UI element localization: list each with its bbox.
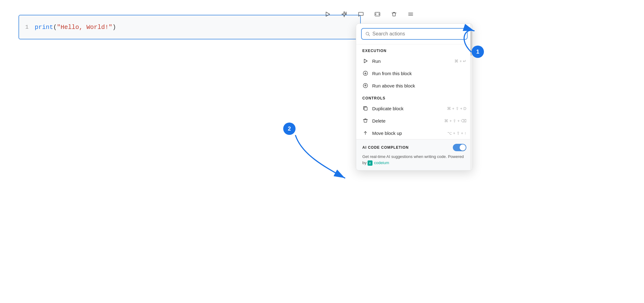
codeium-link[interactable]: codeium: [374, 160, 389, 166]
delete-item[interactable]: Delete ⌘ + ⇧ + ⌫: [356, 115, 473, 127]
search-container: [356, 24, 473, 44]
code-cell[interactable]: 1 print("Hello, World!"): [18, 15, 361, 39]
annotation-badge-2: 2: [283, 123, 296, 135]
run-from-block-item[interactable]: Run from this block: [356, 67, 473, 79]
code-string: "Hello, World!": [57, 24, 112, 31]
svg-marker-0: [326, 12, 330, 16]
codeium-badge: c: [368, 160, 372, 166]
more-options-icon[interactable]: [405, 9, 416, 20]
search-input[interactable]: [372, 31, 463, 37]
search-box-inner: [361, 28, 468, 40]
run-play-icon: [362, 58, 368, 64]
code-close-paren: ): [112, 24, 116, 31]
duplicate-label: Duplicate block: [372, 106, 404, 111]
move-up-shortcut: ⌥ + ⇧ + ↑: [447, 131, 466, 135]
annotation-arrows: [0, 0, 644, 303]
code-function: print: [35, 24, 53, 31]
ai-completion-header: AI CODE COMPLETION: [362, 144, 466, 151]
run-shortcut: ⌘ + ↵: [454, 59, 466, 63]
run-menu-item[interactable]: Run ⌘ + ↵: [356, 55, 473, 67]
embed-icon[interactable]: [372, 9, 383, 20]
ai-description: Get real-time AI suggestions when writin…: [362, 154, 466, 166]
move-up-label: Move block up: [372, 131, 402, 136]
run-above-label: Run above this block: [372, 83, 415, 88]
run-above-icon: [362, 83, 368, 89]
move-up-item[interactable]: Move block up ⌥ + ⇧ + ↑: [356, 127, 473, 139]
svg-rect-1: [375, 12, 380, 16]
code-line: print("Hello, World!"): [35, 24, 116, 31]
trash-icon[interactable]: [388, 9, 400, 20]
svg-line-6: [368, 35, 370, 36]
svg-rect-10: [364, 107, 367, 110]
line-number: 1: [25, 24, 29, 30]
scrollbar-track[interactable]: [470, 24, 473, 170]
run-from-icon: [362, 70, 368, 76]
cell-toolbar: [322, 9, 416, 20]
delete-icon: [362, 118, 368, 124]
controls-section-header: CONTROLS: [356, 92, 473, 102]
run-from-label: Run from this block: [372, 71, 412, 76]
ai-toggle[interactable]: [453, 144, 466, 151]
actions-dropdown: EXECUTION Run ⌘ + ↵ Run from this block: [356, 23, 473, 171]
sparkle-icon[interactable]: [339, 9, 350, 20]
comment-icon[interactable]: [355, 9, 366, 20]
annotation-badge-1: 1: [472, 46, 484, 58]
run-label: Run: [372, 59, 381, 64]
execution-section-header: EXECUTION: [356, 44, 473, 55]
search-icon: [365, 31, 370, 36]
delete-shortcut: ⌘ + ⇧ + ⌫: [444, 119, 466, 123]
code-open-paren: (: [53, 24, 57, 31]
svg-marker-7: [364, 59, 367, 63]
toggle-knob: [460, 144, 466, 151]
move-up-icon: [362, 130, 368, 136]
run-above-block-item[interactable]: Run above this block: [356, 79, 473, 92]
duplicate-block-item[interactable]: Duplicate block ⌘ + ⇧ + D: [356, 102, 473, 115]
ai-completion-section: AI CODE COMPLETION Get real-time AI sugg…: [356, 139, 473, 170]
duplicate-shortcut: ⌘ + ⇧ + D: [447, 106, 466, 111]
ai-label: AI CODE COMPLETION: [362, 145, 409, 150]
delete-label: Delete: [372, 118, 385, 123]
duplicate-icon: [362, 105, 368, 111]
run-icon[interactable]: [322, 9, 333, 20]
